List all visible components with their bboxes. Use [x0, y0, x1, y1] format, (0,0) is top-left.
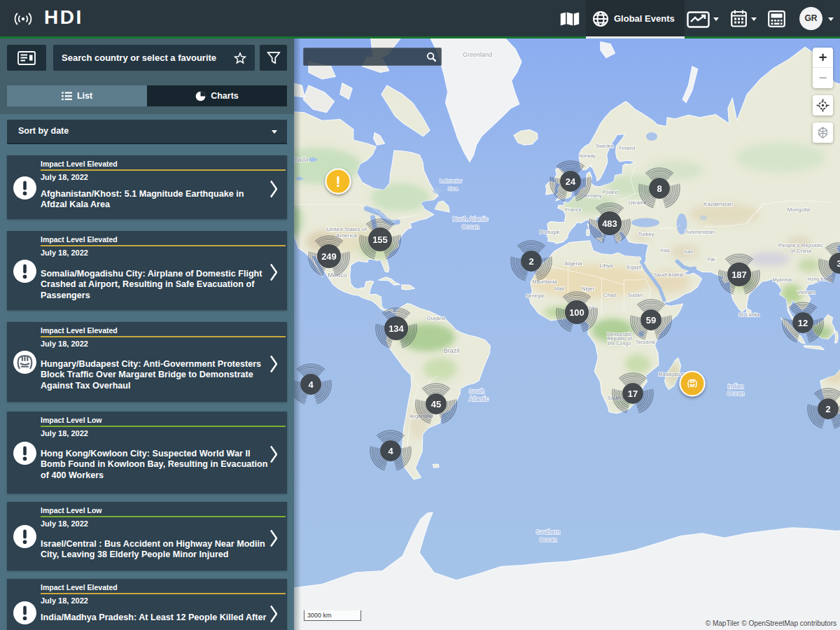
svg-text:3: 3 [836, 258, 840, 269]
svg-text:Pak: Pak [707, 257, 715, 262]
svg-text:Ocean: Ocean [539, 536, 556, 543]
svg-text:4: 4 [308, 379, 314, 390]
svg-text:Mauritania: Mauritania [532, 279, 557, 285]
svg-text:Mongolia: Mongolia [788, 206, 811, 213]
svg-text:Southern: Southern [536, 528, 561, 536]
svg-text:Vietnam: Vietnam [797, 290, 816, 295]
svg-text:12: 12 [798, 318, 808, 328]
svg-text:Sea: Sea [448, 186, 458, 192]
svg-text:Niger: Niger [582, 286, 594, 292]
svg-text:2: 2 [528, 256, 533, 267]
svg-text:Libya: Libya [599, 262, 613, 269]
svg-text:Iraq: Iraq [661, 247, 670, 253]
svg-text:Portugal: Portugal [540, 229, 559, 235]
svg-text:483: 483 [602, 218, 617, 229]
svg-text:Ocean: Ocean [461, 223, 479, 230]
svg-text:45: 45 [431, 399, 441, 410]
svg-text:155: 155 [372, 234, 388, 245]
svg-text:59: 59 [646, 315, 656, 326]
svg-text:134: 134 [388, 323, 404, 334]
svg-text:24: 24 [566, 176, 576, 187]
svg-text:Atlantic: Atlantic [469, 396, 489, 402]
svg-text:South: South [469, 388, 484, 395]
svg-text:4: 4 [388, 446, 393, 456]
svg-text:187: 187 [732, 270, 747, 280]
svg-text:Iran: Iran [685, 248, 694, 255]
svg-text:Turkey: Turkey [638, 231, 654, 237]
svg-text:Kazakhstan: Kazakhstan [704, 201, 733, 207]
svg-text:of China: of China [790, 248, 811, 254]
svg-text:France: France [565, 206, 581, 213]
svg-text:Indian: Indian [727, 383, 743, 390]
svg-text:Poland: Poland [603, 190, 618, 195]
svg-text:Finland: Finland [620, 146, 636, 150]
svg-text:17: 17 [628, 388, 638, 399]
svg-text:Algeria: Algeria [565, 260, 582, 267]
svg-text:United States of: United States of [327, 226, 368, 232]
svg-text:!: ! [335, 173, 340, 190]
svg-text:Sweden: Sweden [596, 144, 613, 148]
svg-text:249: 249 [321, 251, 337, 262]
svg-text:Ocean: Ocean [727, 390, 744, 397]
svg-text:Greenland: Greenland [463, 51, 492, 58]
svg-text:2: 2 [825, 404, 830, 414]
svg-text:the Congo: the Congo [608, 341, 631, 346]
svg-text:Turkmenistan: Turkmenistan [685, 230, 715, 234]
svg-text:Guyana: Guyana [427, 315, 446, 321]
svg-text:Chad: Chad [603, 292, 616, 298]
svg-text:North Atlantic: North Atlantic [453, 216, 489, 223]
svg-text:Ukraine: Ukraine [629, 200, 647, 206]
svg-text:America: America [336, 232, 357, 239]
svg-text:Tanzania: Tanzania [636, 340, 655, 344]
svg-text:Sudan: Sudan [627, 292, 643, 298]
svg-text:Saudi Arabia: Saudi Arabia [654, 272, 684, 278]
svg-text:Senegal: Senegal [526, 293, 544, 299]
svg-text:8: 8 [657, 183, 662, 194]
svg-text:Egypt: Egypt [627, 264, 642, 270]
svg-text:Myanmar: Myanmar [772, 277, 793, 283]
svg-text:Brazil: Brazil [444, 347, 460, 354]
svg-text:Labrador: Labrador [440, 178, 462, 184]
svg-text:100: 100 [569, 307, 584, 318]
svg-text:Sri Lanka: Sri Lanka [738, 312, 760, 317]
svg-text:Norway: Norway [579, 153, 596, 159]
svg-text:Hong Kong: Hong Kong [807, 276, 832, 282]
svg-text:Mali: Mali [554, 286, 564, 292]
